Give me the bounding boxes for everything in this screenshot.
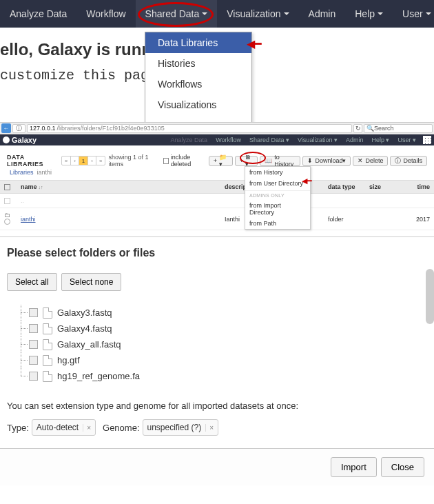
file-name[interactable]: Galaxy3.fastq	[57, 308, 112, 318]
include-deleted-label: include deleted	[171, 154, 207, 168]
admins-only-label: ADMINS ONLY	[245, 190, 310, 200]
file-icon	[43, 339, 52, 350]
add-datasets-button[interactable]: +🗎▾	[235, 156, 258, 166]
file-row: hg.gtf	[14, 352, 427, 368]
dropdown-visualizations[interactable]: Visualizations	[145, 94, 251, 115]
menu2-help[interactable]: Help ▾	[367, 137, 393, 143]
pagination[interactable]: «‹ 1 ›»	[61, 156, 106, 165]
dropdown-workflows[interactable]: Workflows	[145, 74, 251, 94]
file-name[interactable]: Galaxy_all.fastq	[57, 339, 121, 350]
menu-shared-data[interactable]: Shared Data	[136, 0, 218, 28]
reload-button[interactable]: ↻	[353, 124, 362, 133]
info-button[interactable]: ⓘ	[12, 124, 25, 133]
menu2-viz[interactable]: Visualization ▾	[293, 137, 342, 143]
dropdown-histories[interactable]: Histories	[145, 53, 251, 74]
plus-icon: +	[214, 157, 217, 164]
menu-analyze-data[interactable]: Analyze Data	[0, 0, 76, 28]
import-note: You can set extension type and genome fo…	[7, 401, 427, 411]
browser-search[interactable]: 🔍 Search	[364, 124, 433, 133]
row-checkbox[interactable]	[4, 219, 10, 225]
to-history-button[interactable]: 📖to History	[260, 156, 300, 166]
col-name[interactable]: name↓↑	[17, 181, 220, 194]
folder-link[interactable]: ianthi	[21, 216, 36, 223]
file-row: Galaxy3.fastq	[14, 305, 427, 321]
modal-footer: Import Close	[0, 448, 434, 485]
download-button[interactable]: ⬇Download ▾	[302, 156, 351, 166]
col-time: time	[406, 181, 434, 194]
chevron-down-icon	[202, 12, 207, 15]
file-name[interactable]: hg.gtf	[57, 355, 80, 365]
galaxy-logo[interactable]: Galaxy	[3, 136, 37, 144]
from-history[interactable]: from History	[245, 167, 310, 178]
menu-help[interactable]: Help	[345, 0, 393, 28]
dropdown-pages[interactable]: Pages	[145, 115, 251, 123]
menu2-shared[interactable]: Shared Data ▾	[245, 137, 293, 143]
menu-admin[interactable]: Admin	[299, 0, 346, 28]
breadcrumb-root[interactable]: Libraries	[10, 169, 34, 176]
file-select-modal: Please select folders or files Select al…	[0, 237, 434, 448]
chevron-down-icon	[426, 12, 431, 15]
address-field[interactable]: 127.0.0.1/libraries/folders/F1cf91b2f4e0…	[27, 124, 352, 133]
showing-text: showing 1 of 1 items	[108, 154, 157, 168]
file-icon	[43, 323, 52, 334]
back-button[interactable]: ←	[1, 123, 11, 133]
menu-workflow[interactable]: Workflow	[76, 0, 135, 28]
file-checkbox[interactable]	[29, 324, 38, 333]
file-icon	[43, 371, 52, 382]
menu2-workflow[interactable]: Workflow	[211, 137, 245, 143]
menu-visualization[interactable]: Visualization	[217, 0, 298, 28]
close-button[interactable]: Close	[381, 457, 424, 477]
menu2-user[interactable]: User ▾	[393, 137, 420, 143]
clear-icon[interactable]: ×	[205, 424, 214, 432]
col-size: size	[365, 181, 406, 194]
clear-icon[interactable]: ×	[83, 424, 91, 432]
file-checox[interactable]	[29, 308, 38, 317]
browser-url-bar: ← ⓘ 127.0.0.1/libraries/folders/F1cf91b2…	[0, 123, 434, 134]
select-none-button[interactable]: Select none	[61, 273, 121, 291]
include-deleted-checkbox[interactable]	[163, 158, 169, 164]
genome-label: Genome:	[103, 423, 139, 433]
from-import-directory[interactable]: from Import Directory	[245, 200, 310, 218]
add-datasets-dropdown: from History from User Directory ADMINS …	[245, 166, 311, 230]
plus-icon: +	[240, 157, 243, 164]
details-button[interactable]: ⓘDetails	[390, 156, 427, 166]
top-menu-section: Analyze Data Workflow Shared Data Visual…	[0, 0, 434, 123]
import-button[interactable]: Import	[331, 457, 377, 477]
table-row-updir[interactable]: ..	[0, 194, 434, 208]
galaxy-logo-icon	[3, 137, 10, 143]
data-libraries-title: DATA LIBRARIES	[7, 154, 56, 168]
from-user-directory[interactable]: from User Directory	[245, 178, 310, 189]
file-name[interactable]: hg19_ref_genome.fa	[57, 371, 140, 381]
download-icon: ⬇	[307, 157, 313, 164]
select-all-button[interactable]: Select all	[7, 273, 57, 291]
menu2-analyze[interactable]: Analyze Data	[167, 137, 212, 143]
delete-button[interactable]: ✕Delete	[353, 156, 388, 166]
menu-user[interactable]: User	[393, 0, 434, 28]
sort-icon: ↓↑	[39, 185, 43, 190]
file-row: hg19_ref_genome.fa	[14, 368, 427, 384]
file-checkbox[interactable]	[29, 372, 38, 381]
chevron-down-icon	[284, 12, 289, 15]
file-checkbox[interactable]	[29, 356, 38, 365]
file-row: Galaxy_all.fastq	[14, 336, 427, 352]
add-folder-button[interactable]: +📁▾	[209, 156, 233, 166]
table-row[interactable]: 🗀 ianthi Ianthi folder 2017	[0, 208, 434, 230]
file-checkbox[interactable]	[29, 340, 38, 349]
file-icon	[43, 355, 52, 366]
type-label: Type:	[7, 423, 29, 433]
type-select[interactable]: Auto-detect×	[32, 419, 96, 436]
shared-data-dropdown: Data Libraries Histories Workflows Visua…	[145, 32, 252, 123]
library-toolbar: DATA LIBRARIES «‹ 1 ›» showing 1 of 1 it…	[0, 154, 434, 168]
menu2-admin[interactable]: Admin	[342, 137, 368, 143]
scratchbook-icon[interactable]	[423, 136, 431, 144]
breadcrumb-current: ianthi	[37, 169, 52, 176]
chevron-down-icon	[378, 12, 383, 15]
library-table: name↓↑ description data type size time .…	[0, 180, 434, 230]
select-all-checkbox[interactable]	[4, 184, 10, 190]
x-icon: ✕	[358, 157, 363, 164]
file-name[interactable]: Galaxy4.fastq	[57, 323, 112, 334]
from-path[interactable]: from Path	[245, 218, 310, 229]
data-libraries-section: ← ⓘ 127.0.0.1/libraries/folders/F1cf91b2…	[0, 123, 434, 237]
genome-select[interactable]: unspecified (?)×	[143, 419, 219, 436]
dropdown-data-libraries[interactable]: Data Libraries	[145, 32, 251, 53]
